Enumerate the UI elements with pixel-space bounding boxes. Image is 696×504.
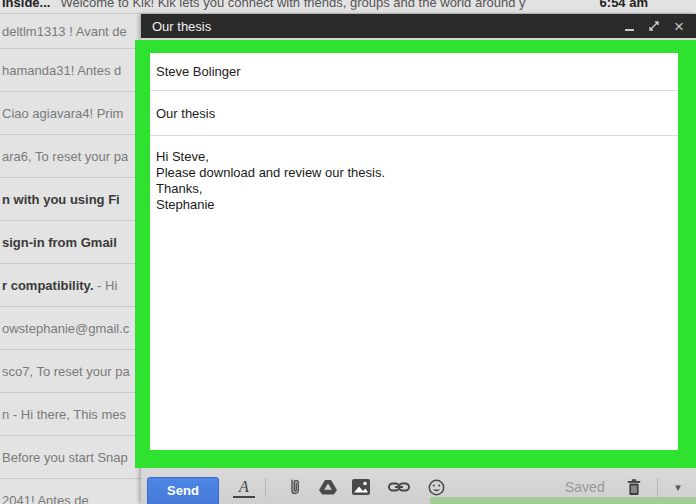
formatting-options-icon[interactable]: A (233, 478, 255, 498)
google-drive-icon[interactable] (317, 476, 339, 498)
send-button[interactable]: Send (147, 477, 219, 504)
insert-emoji-icon[interactable] (425, 476, 447, 498)
body-line: Hi Steve, (156, 149, 672, 165)
highlight-rectangle: Steve Bolinger Our thesis Hi Steve, Plea… (135, 40, 696, 468)
compose-window: Our thesis × Steve Bolinger Our thesis H… (141, 14, 696, 504)
watermark-strip (430, 497, 696, 504)
insert-photo-icon[interactable] (350, 476, 372, 498)
toolbar-divider (265, 478, 266, 497)
inbox-time: 6:54 am (600, 0, 648, 13)
inbox-row-top[interactable]: Inside...Welcome to Kik! Kik lets you co… (0, 0, 696, 14)
inbox-sender: Inside... (2, 0, 50, 10)
attach-file-icon[interactable] (285, 476, 305, 498)
compose-form: Steve Bolinger Our thesis Hi Steve, Plea… (150, 53, 678, 450)
discard-draft-icon[interactable] (623, 476, 645, 498)
expand-icon[interactable] (648, 18, 660, 34)
close-icon[interactable]: × (674, 18, 684, 34)
insert-link-icon[interactable] (386, 476, 412, 498)
saved-status: Saved (565, 479, 605, 495)
body-line: Stephanie (156, 197, 672, 213)
body-line: Thanks, (156, 181, 672, 197)
message-body[interactable]: Hi Steve, Please download and review our… (150, 136, 678, 226)
screen: Inside...Welcome to Kik! Kik lets you co… (0, 0, 696, 504)
compose-header[interactable]: Our thesis × (141, 14, 696, 38)
more-options-chevron-icon[interactable]: ▾ (669, 476, 687, 498)
compose-window-title: Our thesis (141, 19, 625, 34)
inbox-snippet: Welcome to Kik! Kik lets you connect wit… (60, 0, 525, 10)
toolbar-divider (657, 478, 658, 497)
window-controls: × (625, 18, 696, 34)
subject-field[interactable]: Our thesis (150, 91, 678, 136)
recipient-field[interactable]: Steve Bolinger (150, 53, 678, 91)
body-line: Please download and review our thesis. (156, 165, 672, 181)
minimize-icon[interactable] (625, 18, 634, 34)
